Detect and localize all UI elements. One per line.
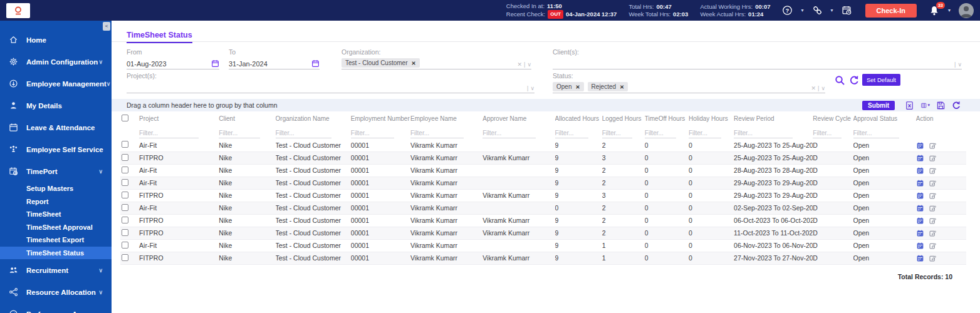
- chip-remove-icon[interactable]: ✕: [575, 84, 580, 90]
- field-controls[interactable]: ✕|∨: [811, 85, 825, 91]
- column-filter-input[interactable]: Filter...: [645, 130, 676, 138]
- search-icon[interactable]: [835, 75, 845, 86]
- chevron-down-icon[interactable]: ∨: [957, 61, 962, 68]
- chip-remove-icon[interactable]: ✕: [620, 84, 624, 90]
- sidebar-item-employee-management[interactable]: Employee Management∨: [0, 73, 112, 95]
- chevron-down-icon[interactable]: ∨: [530, 85, 534, 91]
- sidebar-item-performance-assessment[interactable]: Performance Assessment∨: [0, 303, 112, 313]
- organization-field[interactable]: Organization: Test - Cloud Customer ✕ ✕|…: [341, 48, 531, 69]
- sidebar-item-home[interactable]: Home: [0, 29, 112, 51]
- view-timesheet-calendar-icon[interactable]: [916, 154, 924, 162]
- chip-remove-icon[interactable]: ✕: [411, 60, 415, 66]
- view-timesheet-calendar-icon[interactable]: [916, 254, 924, 262]
- column-header-employment-number[interactable]: Employment Number: [351, 115, 410, 122]
- field-controls[interactable]: ✕|∨: [518, 61, 531, 68]
- select-all-checkbox[interactable]: [122, 115, 128, 121]
- sidebar-item-timesheet-export[interactable]: Timesheet Export: [0, 233, 112, 247]
- view-timesheet-calendar-icon[interactable]: [916, 167, 924, 175]
- row-checkbox[interactable]: [122, 254, 128, 261]
- app-logo[interactable]: [6, 3, 30, 18]
- group-drop-hint[interactable]: Drag a column header here to group by th…: [127, 101, 277, 109]
- chevron-down-icon[interactable]: ∨: [821, 85, 825, 91]
- column-filter-input[interactable]: Filter...: [139, 130, 199, 138]
- column-filter-input[interactable]: Filter...: [813, 130, 841, 138]
- sidebar-item-timesheet[interactable]: TimeSheet: [0, 208, 112, 221]
- edit-icon[interactable]: [929, 167, 937, 175]
- column-filter-input[interactable]: Filter...: [410, 130, 464, 138]
- row-checkbox[interactable]: [122, 154, 128, 161]
- edit-icon[interactable]: [929, 254, 937, 262]
- row-checkbox[interactable]: [122, 242, 128, 249]
- chevron-down-icon[interactable]: ▾: [948, 8, 951, 13]
- from-date-field[interactable]: From 01-Aug-2023: [127, 48, 219, 69]
- view-timesheet-calendar-icon[interactable]: [916, 204, 924, 212]
- clear-icon[interactable]: ✕: [518, 61, 523, 68]
- column-header-action[interactable]: Action: [916, 115, 934, 122]
- sidebar-item-employee-self-service[interactable]: Employee Self Service: [0, 138, 112, 160]
- column-filter-input[interactable]: Filter...: [689, 130, 721, 138]
- notifications-bell[interactable]: 33: [929, 5, 940, 16]
- column-header-allocated-hours[interactable]: Allocated Hours: [555, 115, 600, 122]
- export-excel-icon[interactable]: [905, 101, 914, 110]
- sidebar-item-admin-configuration[interactable]: Admin Configuration∨: [0, 51, 112, 73]
- view-timesheet-calendar-icon[interactable]: [916, 179, 924, 187]
- view-timesheet-calendar-icon[interactable]: [916, 217, 924, 225]
- row-checkbox[interactable]: [122, 204, 128, 211]
- column-header-review-cycle[interactable]: Review Cycle: [813, 115, 851, 122]
- column-filter-input[interactable]: Filter...: [219, 130, 260, 138]
- projects-field[interactable]: Project(s): |∨: [127, 72, 534, 93]
- sidebar-item-report[interactable]: Report: [0, 195, 112, 208]
- row-checkbox[interactable]: [122, 179, 128, 186]
- column-filter-input[interactable]: Filter...: [602, 130, 632, 138]
- to-date-value[interactable]: 31-Jan-2024: [229, 60, 311, 68]
- row-checkbox[interactable]: [122, 217, 128, 223]
- field-controls[interactable]: |∨: [527, 85, 534, 91]
- clients-field[interactable]: Client(s): |∨: [553, 48, 962, 69]
- edit-icon[interactable]: [929, 204, 937, 212]
- calendar-icon[interactable]: [311, 59, 320, 68]
- sidebar-collapse-button[interactable]: <: [103, 22, 110, 31]
- column-header-timeoff-hours[interactable]: TimeOff Hours: [645, 115, 685, 122]
- edit-icon[interactable]: [929, 179, 937, 187]
- chevron-down-icon[interactable]: ∨: [527, 61, 531, 68]
- edit-icon[interactable]: [929, 192, 937, 200]
- column-header-holiday-hours[interactable]: Holiday Hours: [689, 115, 728, 122]
- sidebar-item-timeport[interactable]: TimePort∨: [0, 160, 112, 182]
- avatar[interactable]: [959, 3, 974, 18]
- sidebar-item-timesheet-status[interactable]: TimeSheet Status: [0, 247, 112, 260]
- calendar-icon[interactable]: [211, 59, 219, 68]
- sidebar-item-setup-masters[interactable]: Setup Masters: [0, 182, 112, 195]
- help-icon[interactable]: ?: [782, 5, 793, 16]
- view-timesheet-calendar-icon[interactable]: [916, 192, 924, 200]
- column-filter-input[interactable]: Filter...: [482, 130, 536, 138]
- field-controls[interactable]: |∨: [954, 61, 962, 68]
- column-filter-input[interactable]: Filter...: [351, 130, 395, 138]
- sidebar-item-timesheet-approval[interactable]: TimeSheet Approval: [0, 221, 112, 234]
- from-date-value[interactable]: 01-Aug-2023: [127, 60, 211, 68]
- calendar-clock-icon[interactable]: [842, 5, 852, 16]
- edit-icon[interactable]: [929, 242, 937, 250]
- column-header-approver-name[interactable]: Approver Name: [482, 115, 526, 122]
- link-icon[interactable]: [812, 5, 823, 16]
- to-date-field[interactable]: To 31-Jan-2024: [229, 48, 320, 69]
- column-header-project[interactable]: Project: [139, 115, 159, 122]
- set-default-button[interactable]: Set Default: [862, 74, 900, 86]
- column-filter-input[interactable]: Filter...: [853, 130, 899, 138]
- column-header-approval-status[interactable]: Approval Status: [853, 115, 898, 122]
- column-chooser-icon[interactable]: ▾: [920, 101, 930, 110]
- sidebar-item-resource-allocation[interactable]: Resource Allocation∨: [0, 281, 112, 303]
- check-in-button[interactable]: Check-In: [865, 4, 917, 18]
- sidebar-item-recruitment[interactable]: Recruitment∨: [0, 259, 112, 281]
- column-header-review-period[interactable]: Review Period: [734, 115, 774, 122]
- edit-icon[interactable]: [929, 141, 937, 150]
- column-header-client[interactable]: Client: [219, 115, 235, 122]
- row-checkbox[interactable]: [122, 229, 128, 236]
- refresh-icon[interactable]: [849, 75, 860, 86]
- column-filter-input[interactable]: Filter...: [276, 130, 331, 138]
- column-filter-input[interactable]: Filter...: [555, 130, 589, 138]
- clear-icon[interactable]: ✕: [811, 85, 816, 91]
- sidebar-item-leave-attendance[interactable]: Leave & Attendance: [0, 116, 112, 138]
- edit-icon[interactable]: [929, 217, 937, 225]
- view-timesheet-calendar-icon[interactable]: [916, 242, 924, 250]
- row-checkbox[interactable]: [122, 167, 128, 173]
